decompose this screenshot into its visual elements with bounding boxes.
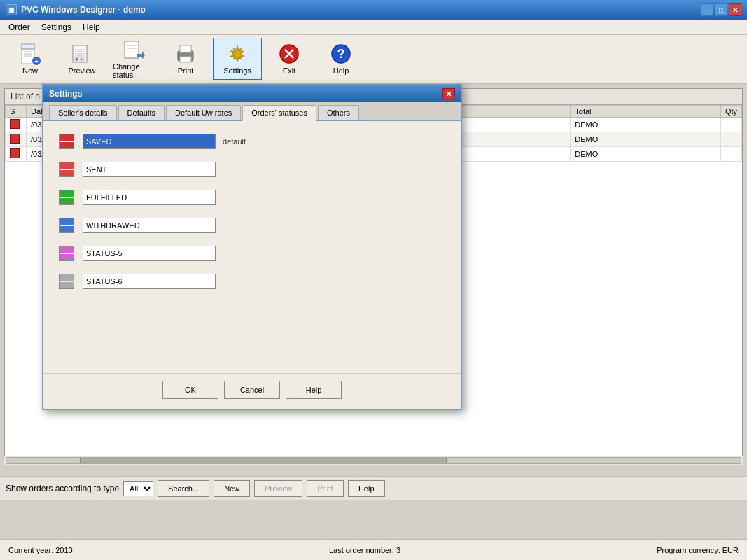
tab-others[interactable]: Others — [318, 105, 359, 120]
print-button[interactable]: Print — [307, 480, 344, 497]
bottom-toolbar: Show orders according to type All Search… — [0, 476, 747, 500]
type-select[interactable]: All — [123, 481, 153, 496]
preview-icon: ▶ ▶ — [71, 43, 93, 65]
svg-rect-1 — [22, 44, 34, 49]
new-button[interactable]: New — [214, 480, 250, 497]
grid-cell — [60, 134, 67, 141]
tab-sellers-details[interactable]: Seller's details — [49, 105, 117, 120]
menu-item-help[interactable]: Help — [77, 21, 106, 34]
toolbar-btn-preview[interactable]: ▶ ▶ Preview — [57, 38, 106, 80]
settings-dialog: Settings ✕ Seller's details Defaults Def… — [42, 84, 462, 410]
svg-text:+: + — [34, 57, 39, 65]
close-button[interactable]: ✕ — [729, 4, 741, 16]
cell-qty — [720, 147, 741, 162]
grid-cell — [67, 254, 74, 261]
help-button[interactable]: Help — [348, 480, 385, 497]
exit-icon — [278, 43, 300, 65]
default-label-saved: default — [223, 137, 246, 146]
grid-cell — [60, 198, 67, 205]
dialog-close-button[interactable]: ✕ — [442, 88, 455, 99]
preview-button[interactable]: Preview — [254, 480, 302, 497]
tab-orders-statuses[interactable]: Orders' statuses — [242, 105, 316, 121]
print-icon — [174, 43, 197, 65]
toolbar-btn-changestatus[interactable]: Change status — [109, 38, 158, 80]
grid-cell — [67, 226, 74, 233]
grid-icon-sent — [59, 162, 74, 177]
last-order: Last order number: 3 — [329, 546, 400, 554]
status-icon-saved — [57, 132, 76, 150]
grid-cell — [60, 190, 67, 197]
status-icon-status6 — [57, 272, 76, 290]
current-year: Current year: 2010 — [8, 546, 73, 554]
status-row-withdrawed — [57, 216, 447, 234]
grid-cell — [67, 274, 74, 281]
status-icon-red — [10, 119, 20, 129]
grid-cell — [60, 226, 67, 233]
grid-cell — [60, 246, 67, 253]
cell-total: DEMO — [571, 147, 721, 162]
cell-total: DEMO — [571, 132, 721, 147]
grid-cell — [67, 246, 74, 253]
grid-cell — [60, 170, 67, 177]
dialog-ok-button[interactable]: OK — [162, 381, 218, 399]
status-icon-fulfilled — [57, 188, 76, 206]
toolbar: + New ▶ ▶ Preview — [0, 35, 747, 84]
dialog-tabs: Seller's details Defaults Default Uw rat… — [43, 102, 461, 121]
status-input-withdrawed[interactable] — [83, 218, 216, 233]
grid-icon-status5 — [59, 246, 74, 261]
toolbar-btn-settings[interactable]: Settings — [213, 38, 262, 80]
toolbar-btn-exit[interactable]: Exit — [265, 38, 314, 80]
toolbar-btn-preview-label: Preview — [68, 66, 95, 75]
status-icon-status5 — [57, 244, 76, 262]
cell-qty — [720, 132, 741, 147]
maximize-button[interactable]: □ — [715, 4, 727, 16]
status-input-status6[interactable] — [83, 274, 216, 289]
status-icon-red — [10, 148, 20, 158]
status-row-sent — [57, 160, 447, 178]
minimize-button[interactable]: ─ — [701, 4, 713, 16]
svg-point-21 — [190, 53, 193, 56]
menu-bar: Order Settings Help — [0, 20, 747, 35]
grid-icon-withdrawn — [59, 218, 74, 233]
grid-cell — [67, 282, 74, 289]
col-total: Total — [571, 106, 721, 118]
menu-item-settings[interactable]: Settings — [36, 21, 77, 34]
status-icon-red — [10, 134, 20, 144]
grid-cell — [67, 190, 74, 197]
toolbar-btn-help[interactable]: ? Help — [316, 38, 365, 80]
status-input-sent[interactable] — [83, 162, 216, 177]
toolbar-btn-new-label: New — [22, 66, 38, 75]
toolbar-btn-help-label: Help — [333, 66, 349, 75]
grid-cell — [67, 162, 74, 169]
dialog-content: default — [43, 121, 461, 373]
status-row-status5 — [57, 244, 447, 262]
status-icon-sent — [57, 160, 76, 178]
scroll-track[interactable] — [6, 457, 741, 464]
status-input-fulfilled[interactable] — [83, 190, 216, 205]
svg-rect-20 — [180, 46, 191, 52]
cell-qty — [720, 118, 741, 132]
dialog-help-button[interactable]: Help — [286, 381, 342, 399]
status-input-saved[interactable] — [83, 134, 216, 149]
col-s: S — [6, 106, 27, 118]
toolbar-btn-settings-label: Settings — [223, 66, 251, 75]
status-bar: Current year: 2010 Last order number: 3 … — [0, 539, 747, 560]
status-input-status5[interactable] — [83, 246, 216, 261]
menu-item-order[interactable]: Order — [3, 21, 36, 34]
grid-cell — [67, 218, 74, 225]
grid-cell — [67, 134, 74, 141]
app-icon: ▣ — [6, 4, 17, 15]
tab-defaults[interactable]: Defaults — [118, 105, 165, 120]
svg-rect-19 — [180, 57, 191, 62]
status-row-saved: default — [57, 132, 447, 150]
search-button[interactable]: Search... — [158, 480, 209, 497]
status-row-status6 — [57, 272, 447, 290]
grid-cell — [60, 274, 67, 281]
app-title: PVC Windows Designer - demo — [21, 5, 146, 15]
toolbar-btn-new[interactable]: + New — [6, 38, 55, 80]
changestatus-icon — [123, 38, 145, 61]
dialog-cancel-button[interactable]: Cancel — [224, 381, 280, 399]
program-currency: Program currency: EUR — [657, 546, 739, 554]
toolbar-btn-print[interactable]: Print — [161, 38, 210, 80]
tab-default-uw-rates[interactable]: Default Uw rates — [166, 105, 241, 120]
